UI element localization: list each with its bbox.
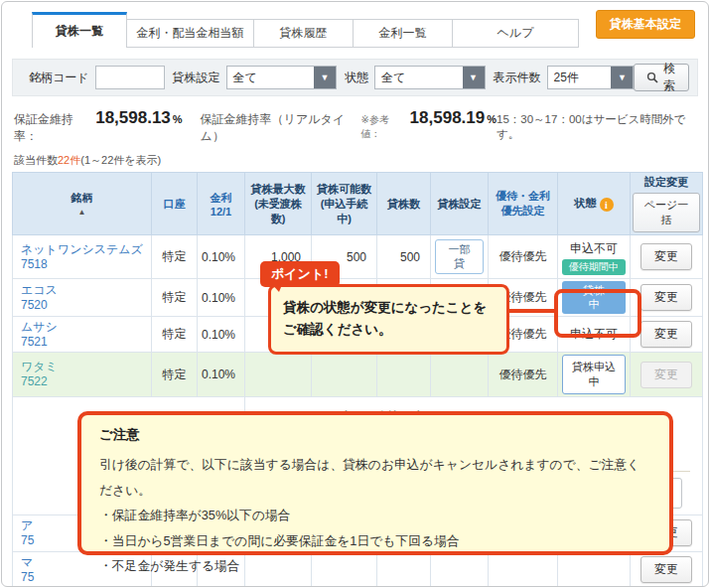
tab-help[interactable]: ヘルプ [453,19,579,48]
state-filter-select[interactable]: 全て ▼ [374,66,486,89]
code-label: 銘柄コード [29,70,89,86]
col-header-setting: 貸株設定 [431,173,489,235]
tab-interest-dividend[interactable]: 金利・配当金相当額 [127,19,254,48]
stock-code[interactable]: 75 [21,533,34,547]
display-count-label: 表示件数 [494,70,541,86]
chevron-down-icon: ▼ [463,67,485,88]
chevron-down-icon: ▼ [611,67,633,88]
stock-code[interactable]: 75 [21,570,34,584]
col-header-status: 状態i [558,173,631,235]
stock-link[interactable]: エコス [21,283,58,297]
state-filter-label: 状態 [345,70,368,86]
caution-title: ご注意 [99,426,651,444]
change-button[interactable]: 変更 [640,243,692,270]
sort-asc-icon[interactable]: ▲ [15,208,149,217]
change-button[interactable]: 変更 [640,321,692,348]
col-header-name[interactable]: 銘柄▲ [13,173,152,235]
stock-link[interactable]: マ [21,555,33,569]
callout-connector-line [503,309,557,313]
margin-rate-label: 保証金維持率： [14,111,91,145]
status-applying-button[interactable]: 貸株申込中 [562,355,626,394]
page-batch-button[interactable]: ページ一括 [633,193,700,232]
change-button-disabled: 変更 [640,362,692,388]
callout-text-line: ご確認ください。 [283,319,495,341]
tab-bar: 貸株一覧 金利・配当金相当額 貸株履歴 金利一覧 ヘルプ 貸株基本設定 [2,2,708,49]
tab-rate-list[interactable]: 金利一覧 [354,19,453,48]
col-header-change: 設定変更ページ一括 [631,173,703,235]
tab-lending-history[interactable]: 貸株履歴 [254,19,354,48]
setting-badge: 一部貸 [435,239,484,273]
info-icon[interactable]: i [600,198,614,212]
search-icon [646,72,658,83]
caution-box: ご注意 引け後の計算で、以下に該当する場合は、貸株のお申込がキャンセルされますの… [77,411,673,555]
setting-filter-select[interactable]: 全て ▼ [226,66,338,89]
service-hours-note: 15：30～17：00はサービス時間外です。 [497,112,694,142]
result-count: 該当件数22件(1～22件を表示) [14,153,708,168]
setting-filter-value: 全て [227,70,315,86]
search-button-label: 検索 [662,61,676,94]
stock-lending-window: 貸株一覧 金利・配当金相当額 貸株履歴 金利一覧 ヘルプ 貸株基本設定 銘柄コー… [1,1,709,587]
stock-link[interactable]: ムサシ [21,320,58,334]
point-badge: ポイント! [260,261,340,287]
stock-code[interactable]: 7518 [21,257,48,271]
state-filter-value: 全て [375,70,463,86]
table-header-row: 銘柄▲ 口座 金利12/1 貸株最大数(未受渡株数) 貸株可能数(申込手続中) … [13,173,703,235]
code-input[interactable] [95,66,165,89]
stock-link[interactable]: ワタミ [21,360,58,373]
margin-rate-value: 18,598.13 [95,108,171,128]
col-header-lent: 貸株数 [377,173,431,235]
change-button[interactable]: 変更 [640,284,692,311]
caution-bullet: ・不足金が発生する場合 [99,553,651,579]
stock-link[interactable]: ア [21,518,33,532]
caution-intro: 引け後の計算で、以下に該当する場合は、貸株のお申込がキャンセルされますので、ご注… [99,452,651,503]
filter-bar: 銘柄コード 貸株設定 全て ▼ 状態 全て ▼ 表示件数 25件 ▼ 検索 [12,59,698,96]
stock-code[interactable]: 7520 [21,298,48,312]
point-callout: 貸株の状態が変更になったことを ご確認ください。 [268,284,509,355]
result-count-number: 22件 [58,154,80,166]
status-text: 申込不可 [570,241,618,255]
caution-bullet: ・保証金維持率が35%以下の場合 [99,503,651,528]
setting-filter-label: 貸株設定 [173,70,220,86]
margin-summary: 保証金維持率： 18,598.13 % 保証金維持率（リアルタイム） ※参考値：… [14,108,694,145]
col-header-max: 貸株最大数(未受渡株数) [245,173,312,235]
highlight-rectangle [554,289,641,338]
tab-lending-list[interactable]: 貸株一覧 [32,12,127,48]
display-count-select[interactable]: 25件 ▼ [547,66,635,89]
stock-link[interactable]: ネットワンシステムズ [21,242,143,256]
display-count-value: 25件 [548,70,612,86]
status-badge: 優待期間中 [562,259,626,275]
col-header-priority[interactable]: 優待・金利優先設定 [489,173,558,235]
basic-settings-button[interactable]: 貸株基本設定 [596,10,695,39]
table-row: ネットワンシステムズ7518 特定 0.10% 1,000 500 500 一部… [13,235,703,279]
stock-code[interactable]: 7522 [21,374,48,388]
col-header-rate[interactable]: 金利12/1 [198,173,245,235]
stock-code[interactable]: 7521 [21,335,48,349]
col-header-available: 貸株可能数(申込手続中) [312,173,377,235]
table-row-highlighted: ワタミ7522 特定 0.10% 優待優先 貸株申込中 変更 [13,353,703,397]
callout-text-line: 貸株の状態が変更になったことを [283,297,495,319]
caution-bullet: ・当日から5営業日までの間に必要保証金を1日でも下回る場合 [99,528,651,554]
realtime-rate-label: 保証金維持率（リアルタイム） [201,111,357,145]
reference-note: ※参考値： [361,113,406,141]
col-header-account[interactable]: 口座 [152,173,198,235]
chevron-down-icon: ▼ [314,67,336,88]
search-button[interactable]: 検索 [634,64,689,91]
realtime-rate-value: 18,598.19 [410,108,486,128]
